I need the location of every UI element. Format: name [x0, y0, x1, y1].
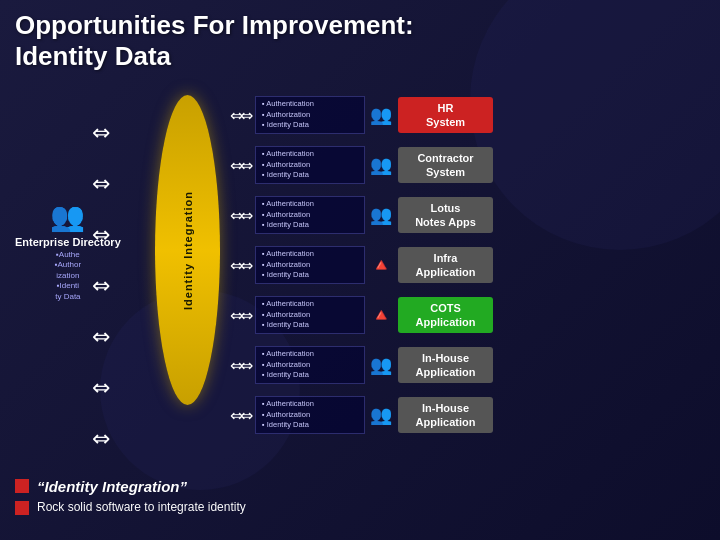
- arrow-2: ⇔: [92, 171, 110, 197]
- page-title: Opportunities For Improvement: Identity …: [15, 10, 414, 72]
- inhouse-app2-label: In-HouseApplication: [398, 397, 493, 434]
- row-info-inhouse2: Authentication Authorization Identity Da…: [255, 396, 365, 434]
- arrow-5: ⇔: [92, 324, 110, 350]
- system-row-contractor: ⇔⇔ Authentication Authorization Identity…: [230, 145, 493, 185]
- row-info-inhouse1: Authentication Authorization Identity Da…: [255, 346, 365, 384]
- row-arrows-hr: ⇔⇔: [230, 106, 250, 125]
- system-row-cots: ⇔⇔ Authentication Authorization Identity…: [230, 295, 493, 335]
- people-icon-lotus: 👥: [370, 204, 392, 226]
- people-icon-infra: 🔺: [370, 254, 392, 276]
- row-arrows-inhouse1: ⇔⇔: [230, 356, 250, 375]
- arrow-4: ⇔: [92, 273, 110, 299]
- row-info-cots: Authentication Authorization Identity Da…: [255, 296, 365, 334]
- bullet-square-1: [15, 479, 29, 493]
- svg-rect-1: [15, 501, 29, 515]
- left-arrows: ⇔ ⇔ ⇔ ⇔ ⇔ ⇔ ⇔: [92, 120, 110, 452]
- row-arrows-cots: ⇔⇔: [230, 306, 250, 325]
- hr-system-label: HRSystem: [398, 97, 493, 134]
- bottom-area: “Identity Integration” Rock solid softwa…: [15, 478, 705, 520]
- row-arrows-infra: ⇔⇔: [230, 256, 250, 275]
- system-row-inhouse1: ⇔⇔ Authentication Authorization Identity…: [230, 345, 493, 385]
- arrow-6: ⇔: [92, 375, 110, 401]
- bullet-item-1: “Identity Integration”: [15, 478, 705, 495]
- svg-rect-0: [15, 479, 29, 493]
- system-row-inhouse2: ⇔⇔ Authentication Authorization Identity…: [230, 395, 493, 435]
- contractor-system-label: ContractorSystem: [398, 147, 493, 184]
- bullet-square-2: [15, 501, 29, 515]
- people-icon-cots: 🔺: [370, 304, 392, 326]
- oval-label: Identity Integration: [182, 191, 194, 310]
- row-info-infra: Authentication Authorization Identity Da…: [255, 246, 365, 284]
- arrow-1: ⇔: [92, 120, 110, 146]
- people-icon-inhouse1: 👥: [370, 354, 392, 376]
- arrow-7: ⇔: [92, 426, 110, 452]
- infra-app-label: InfraApplication: [398, 247, 493, 284]
- row-info-lotus: Authentication Authorization Identity Da…: [255, 196, 365, 234]
- row-info-hr: Authentication Authorization Identity Da…: [255, 96, 365, 134]
- people-icon-contractor: 👥: [370, 154, 392, 176]
- system-row-lotus: ⇔⇔ Authentication Authorization Identity…: [230, 195, 493, 235]
- systems-area: ⇔⇔ Authentication Authorization Identity…: [230, 95, 493, 445]
- system-row-infra: ⇔⇔ Authentication Authorization Identity…: [230, 245, 493, 285]
- bg-decor-1: [470, 0, 720, 250]
- row-info-contractor: Authentication Authorization Identity Da…: [255, 146, 365, 184]
- row-arrows-lotus: ⇔⇔: [230, 206, 250, 225]
- row-arrows-contractor: ⇔⇔: [230, 156, 250, 175]
- bullet-text-2: Rock solid software to integrate identit…: [37, 500, 246, 514]
- bullet-text-1: “Identity Integration”: [37, 478, 187, 495]
- arrow-3: ⇔: [92, 222, 110, 248]
- bullet-item-2: Rock solid software to integrate identit…: [15, 500, 705, 515]
- people-icon-inhouse2: 👥: [370, 404, 392, 426]
- cots-app-label: COTSApplication: [398, 297, 493, 334]
- system-row-hr: ⇔⇔ Authentication Authorization Identity…: [230, 95, 493, 135]
- row-arrows-inhouse2: ⇔⇔: [230, 406, 250, 425]
- people-icon-hr: 👥: [370, 104, 392, 126]
- slide: Opportunities For Improvement: Identity …: [0, 0, 720, 540]
- inhouse-app1-label: In-HouseApplication: [398, 347, 493, 384]
- oval-integration: Identity Integration: [155, 95, 220, 405]
- title-area: Opportunities For Improvement: Identity …: [15, 10, 414, 72]
- lotus-notes-label: LotusNotes Apps: [398, 197, 493, 234]
